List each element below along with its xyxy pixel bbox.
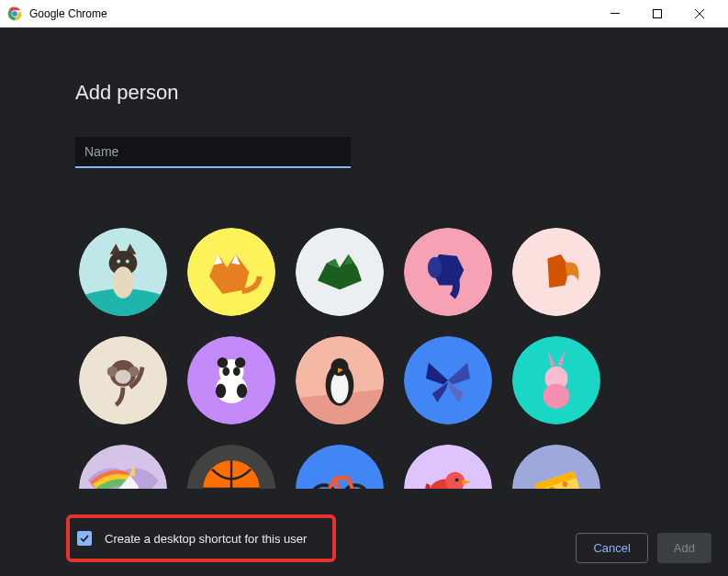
avatar-dragon[interactable] <box>296 228 384 316</box>
avatar-squirrel[interactable] <box>512 228 600 316</box>
window-controls <box>594 0 721 28</box>
avatar-bicycle[interactable] <box>296 445 384 489</box>
svg-point-27 <box>216 384 227 398</box>
svg-point-31 <box>330 371 348 403</box>
svg-point-24 <box>235 357 246 368</box>
maximize-button[interactable] <box>636 0 678 28</box>
dialog-buttons: Cancel Add <box>576 533 711 563</box>
svg-point-32 <box>330 358 348 376</box>
close-button[interactable] <box>678 0 721 28</box>
svg-point-23 <box>218 357 229 368</box>
svg-point-50 <box>563 481 568 487</box>
avatar-rabbit[interactable] <box>512 336 600 424</box>
chrome-logo-icon <box>7 6 22 21</box>
svg-point-19 <box>115 369 130 383</box>
avatar-basketball[interactable] <box>187 445 275 489</box>
minimize-button[interactable] <box>594 0 636 28</box>
avatar-cat[interactable] <box>79 228 167 316</box>
svg-point-47 <box>455 478 459 481</box>
avatar-panda[interactable] <box>187 336 275 424</box>
avatar-elephant[interactable] <box>404 228 492 316</box>
avatar-scroll[interactable] <box>75 220 653 489</box>
svg-point-36 <box>543 384 570 409</box>
avatar-unicorn[interactable] <box>79 445 167 489</box>
annotation-highlight: Create a desktop shortcut for this user <box>66 514 336 562</box>
window-title: Google Chrome <box>29 7 594 20</box>
svg-rect-4 <box>654 9 662 17</box>
svg-point-9 <box>126 260 129 264</box>
avatar-bird[interactable] <box>404 445 492 489</box>
svg-rect-3 <box>610 13 620 14</box>
dialog-content: Add person <box>0 28 728 576</box>
svg-point-8 <box>117 260 120 264</box>
svg-point-26 <box>233 367 241 377</box>
svg-point-28 <box>237 384 248 398</box>
avatar-monkey[interactable] <box>79 336 167 424</box>
avatar-cheese[interactable] <box>512 445 600 489</box>
avatar-fox[interactable] <box>187 228 275 316</box>
name-input[interactable] <box>75 137 351 168</box>
desktop-shortcut-label: Create a desktop shortcut for this user <box>105 532 307 546</box>
titlebar: Google Chrome <box>0 0 728 28</box>
dialog-heading: Add person <box>75 81 653 105</box>
avatar-grid <box>79 228 649 489</box>
cancel-button[interactable]: Cancel <box>576 533 647 563</box>
avatar-butterfly[interactable] <box>404 336 492 424</box>
svg-point-40 <box>296 445 384 489</box>
desktop-shortcut-checkbox[interactable] <box>77 531 92 546</box>
svg-point-13 <box>428 257 442 278</box>
add-button[interactable]: Add <box>657 533 711 563</box>
avatar-penguin[interactable] <box>296 336 384 424</box>
svg-point-7 <box>112 266 133 299</box>
svg-point-25 <box>222 367 230 377</box>
